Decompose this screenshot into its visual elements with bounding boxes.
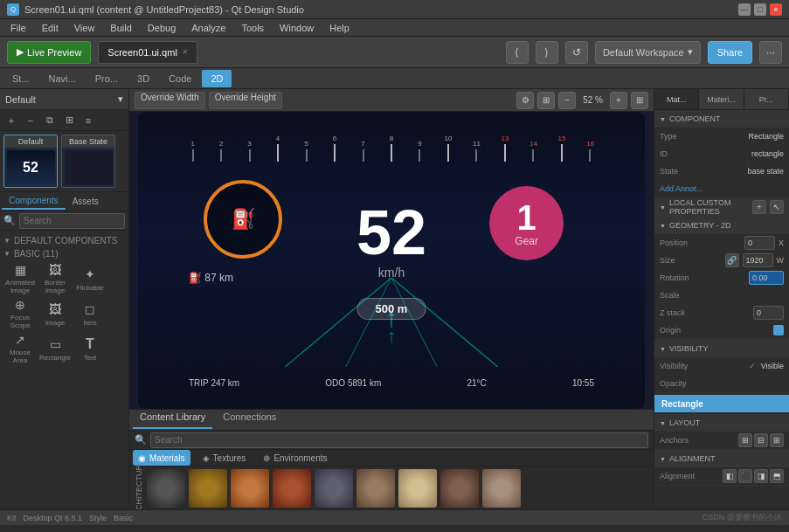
add-annot-label[interactable]: Add Annot... <box>660 184 702 193</box>
material-8[interactable] <box>440 469 479 508</box>
tab-components[interactable]: Components <box>2 194 66 210</box>
refresh-button[interactable]: ↺ <box>565 41 588 64</box>
component-header[interactable]: ▼ COMPONENT <box>654 110 789 128</box>
clone-state-button[interactable]: ⧉ <box>42 113 58 128</box>
position-x-input[interactable] <box>744 236 775 250</box>
visibility-header[interactable]: ▼ VISIBILITY <box>654 340 789 357</box>
tab-2d[interactable]: 2D <box>202 70 232 87</box>
comp-rectangle[interactable]: ▭ Rectangle <box>38 332 72 365</box>
comp-item[interactable]: ◻ Item <box>73 297 107 330</box>
state-default[interactable]: Default 52 <box>3 135 58 188</box>
comp-flickable[interactable]: ✦ Flickable <box>73 262 107 295</box>
anchor-h-button[interactable]: ⊟ <box>754 433 768 447</box>
canvas-settings-button[interactable]: ⚙ <box>516 92 534 109</box>
align-left-button[interactable]: ◧ <box>723 469 737 483</box>
canvas-viewport[interactable]: 1 2 3 4 5 6 7 8 9 10 11 13 14 15 <box>129 112 654 409</box>
navigate-back-button[interactable]: ⟨ <box>506 41 529 64</box>
menu-help[interactable]: Help <box>322 21 356 35</box>
subtab-environments[interactable]: ⊕ Environments <box>258 450 332 466</box>
alignment-header[interactable]: ▼ ALIGNMENT <box>654 450 789 467</box>
comp-animated-image[interactable]: ▦ AnimatedImage <box>3 262 37 295</box>
geometry-header[interactable]: ▼ GEOMETRY - 2D <box>654 217 789 234</box>
tab-code[interactable]: Code <box>160 70 200 87</box>
size-w-input[interactable] <box>743 253 773 267</box>
navigate-forward-button[interactable]: ⟩ <box>536 41 558 64</box>
share-button[interactable]: Share <box>708 41 752 64</box>
tab-pro[interactable]: Pro... <box>87 70 127 87</box>
menu-build[interactable]: Build <box>103 21 138 35</box>
subtab-textures[interactable]: ◈ Textures <box>197 450 252 466</box>
add-state-button[interactable]: + <box>3 113 19 128</box>
align-right-button[interactable]: ◨ <box>754 469 768 483</box>
link-size-button[interactable]: 🔗 <box>725 253 739 267</box>
local-custom-header[interactable]: ▼ LOCAL CUSTOM PROPERTIES + ↖ <box>654 198 789 216</box>
fit-button[interactable]: ⊞ <box>631 92 648 109</box>
rpanel-tab-pr[interactable]: Pr... <box>744 89 789 109</box>
comp-focus-scope[interactable]: ⊕ Focus Scope <box>3 297 37 330</box>
material-5[interactable] <box>315 469 353 508</box>
material-4[interactable] <box>273 469 311 508</box>
maximize-button[interactable]: □ <box>754 3 766 16</box>
bottom-search-input[interactable] <box>150 432 648 448</box>
tab-3d[interactable]: 3D <box>128 70 158 87</box>
material-9[interactable] <box>482 469 521 508</box>
material-3[interactable] <box>231 469 269 508</box>
layout-header[interactable]: ▼ LAYOUT <box>654 414 789 432</box>
subtab-materials[interactable]: ◉ Materials <box>133 450 190 466</box>
rotation-label: Rotation <box>660 273 745 282</box>
anchor-v-button[interactable]: ⊞ <box>770 433 784 447</box>
override-width-input[interactable]: Override Width <box>135 92 205 109</box>
align-top-button[interactable]: ⬒ <box>770 469 784 483</box>
rpanel-tab-mat[interactable]: Mat... <box>654 89 699 109</box>
basic-section-header[interactable]: ▼ BASIC (11) <box>3 247 125 260</box>
menu-file[interactable]: File <box>3 21 33 35</box>
tab-assets[interactable]: Assets <box>66 194 106 210</box>
remove-state-button[interactable]: − <box>23 113 38 128</box>
origin-picker[interactable] <box>773 325 784 335</box>
list-view-button[interactable]: ≡ <box>80 113 96 128</box>
anchor-fill-button[interactable]: ⊞ <box>738 433 752 447</box>
zoom-in-button[interactable]: + <box>610 92 627 109</box>
menu-edit[interactable]: Edit <box>35 21 66 35</box>
search-input[interactable] <box>19 213 125 229</box>
share-label: Share <box>717 47 743 58</box>
state-selector[interactable]: Default ▾ <box>0 89 128 110</box>
titlebar-controls[interactable]: — □ × <box>738 3 782 16</box>
minimize-button[interactable]: — <box>738 3 751 16</box>
workspace-selector[interactable]: Default Workspace ▾ <box>595 41 701 64</box>
material-7[interactable] <box>398 469 437 508</box>
material-6[interactable] <box>356 469 395 508</box>
align-center-button[interactable]: ⬛ <box>738 469 752 483</box>
file-tab-close[interactable]: × <box>183 47 188 57</box>
material-1[interactable] <box>147 469 185 508</box>
tab-content-library[interactable]: Content Library <box>133 411 212 429</box>
grid-view-button[interactable]: ⊞ <box>61 113 77 128</box>
comp-border-image[interactable]: 🖼 BorderImage <box>38 262 72 295</box>
tab-navi[interactable]: Navi... <box>40 70 85 87</box>
close-button[interactable]: × <box>770 3 782 16</box>
menu-debug[interactable]: Debug <box>141 21 183 35</box>
menu-window[interactable]: Window <box>273 21 321 35</box>
file-tab[interactable]: Screen01.ui.qml × <box>98 41 197 64</box>
state-base[interactable]: Base State <box>61 135 115 188</box>
comp-image[interactable]: 🖼 Image <box>38 297 72 330</box>
tab-st[interactable]: St... <box>3 70 38 87</box>
menu-view[interactable]: View <box>67 21 102 35</box>
zoom-out-button[interactable]: − <box>558 92 576 109</box>
comp-mouse-area[interactable]: ↗ Mouse Area <box>3 332 37 365</box>
default-components-header[interactable]: ▼ DEFAULT COMPONENTS <box>3 234 125 247</box>
z-stack-input[interactable] <box>753 306 784 320</box>
live-preview-button[interactable]: ▶ Live Preview <box>7 41 91 64</box>
more-options-button[interactable]: ··· <box>759 41 782 64</box>
tab-connections[interactable]: Connections <box>216 411 283 429</box>
rpanel-tab-materi[interactable]: Materi... <box>699 89 744 109</box>
material-2[interactable] <box>189 469 227 508</box>
rectangle-active-tab[interactable]: Rectangle <box>654 395 789 412</box>
menu-analyze[interactable]: Analyze <box>184 21 232 35</box>
menu-tools[interactable]: Tools <box>234 21 271 35</box>
rotation-input[interactable] <box>749 271 784 285</box>
override-height-input[interactable]: Override Height <box>209 92 282 109</box>
comp-text[interactable]: T Text <box>73 332 107 365</box>
canvas-grid-button[interactable]: ⊞ <box>537 92 555 109</box>
add-property-button[interactable]: + <box>752 200 766 214</box>
